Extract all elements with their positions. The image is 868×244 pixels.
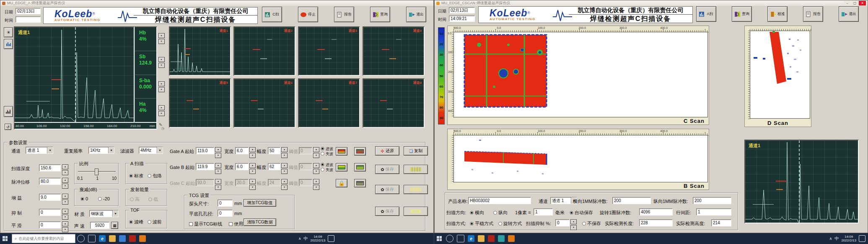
gate-b-style-button[interactable] xyxy=(354,163,366,171)
search-circle-icon[interactable] xyxy=(446,235,453,242)
gate-a-style-button[interactable] xyxy=(354,147,366,156)
velocity-field[interactable]: 5920 xyxy=(90,222,109,229)
cortana-icon[interactable] xyxy=(77,235,85,242)
folder-icon[interactable] xyxy=(478,235,485,242)
exit-button[interactable]: 退出 xyxy=(839,6,859,22)
tray-chevron-icon[interactable]: ∧ xyxy=(829,236,832,241)
dir-horizontal-radio[interactable]: 横向 xyxy=(470,210,484,216)
time-field[interactable] xyxy=(16,16,41,23)
thumb-channel-7[interactable]: 通道7 xyxy=(298,78,360,128)
reject-spinner[interactable]: ▲▼ xyxy=(62,209,68,220)
scan-reject-spinner[interactable]: ▲▼ xyxy=(570,219,577,230)
thumb-channel-5[interactable]: 通道5 xyxy=(169,78,231,128)
app-teal-icon[interactable] xyxy=(498,235,505,242)
save-button-3[interactable]: ✿保存 xyxy=(375,207,399,216)
stop-button[interactable]: 停止 xyxy=(298,7,318,22)
hole-dia-field[interactable]: 0 xyxy=(218,210,233,217)
edge-icon[interactable]: e xyxy=(468,235,474,242)
app-orange-icon[interactable] xyxy=(139,235,146,242)
action-center-icon[interactable] xyxy=(859,235,865,242)
thumb-channel-2[interactable]: 通道2 xyxy=(233,26,295,76)
gain-spinner[interactable]: ▲▼ xyxy=(62,194,68,205)
reject-field[interactable]: 0 xyxy=(39,209,61,216)
hpulse-field[interactable]: 200 xyxy=(612,197,651,204)
bscan-canvas[interactable] xyxy=(453,135,708,182)
minimize-button[interactable]: – xyxy=(844,1,851,5)
filter-select[interactable]: 4MHz xyxy=(139,147,163,154)
gate-b-start-spinner[interactable]: ▲▼ xyxy=(215,163,221,174)
scale-slider-thumb[interactable] xyxy=(95,169,98,175)
smooth-field[interactable]: 0 xyxy=(39,221,61,228)
app-red-icon[interactable] xyxy=(129,235,136,242)
material-select[interactable]: 钢纵波 xyxy=(89,210,119,217)
gate-b-amp-spinner[interactable]: ▲▼ xyxy=(281,163,288,174)
spin-up[interactable]: ▲ xyxy=(158,57,165,62)
spin-down[interactable]: ▼ xyxy=(158,87,165,92)
gate-a-width-spinner[interactable]: ▲▼ xyxy=(249,147,256,158)
save-button-1[interactable]: ✿保存 xyxy=(375,165,399,174)
autosave-radio[interactable]: 自动保存 xyxy=(570,210,593,216)
gate-a-width-field[interactable]: 6.0 xyxy=(235,147,249,154)
app-red-icon[interactable] xyxy=(488,235,495,242)
load-button-2[interactable] xyxy=(404,185,428,194)
spin-up[interactable]: ▲ xyxy=(158,33,165,38)
taskbar-search[interactable]: ⌕ 在此处键入你要搜索的内容 xyxy=(12,234,75,243)
rev-pulse-field[interactable]: 4096 xyxy=(639,208,673,215)
report-button[interactable]: 报告 xyxy=(334,7,354,22)
spin-up[interactable]: ▲ xyxy=(158,81,165,86)
mode-rotate-radio[interactable]: 旋转方式 xyxy=(498,221,522,227)
gate-a-color-button[interactable] xyxy=(336,147,347,156)
tcg-clear-button[interactable]: 清除TCG数据 xyxy=(244,218,276,226)
load-button-3[interactable] xyxy=(404,207,428,216)
velocity-table-button[interactable]: ▦ xyxy=(111,222,118,229)
tray-clock[interactable]: 14:09 2022/2/13 xyxy=(311,235,326,242)
thumb-channel-1[interactable]: 通道1 xyxy=(169,26,231,76)
spin-down[interactable]: ▼ xyxy=(158,111,165,116)
restore-button[interactable]: ✣还原 xyxy=(375,146,399,156)
tray-clock[interactable]: 14:09 2022/2/13 xyxy=(841,235,856,242)
atten-0-radio[interactable]: 0 xyxy=(80,196,88,201)
date-field[interactable]: 02月13日 xyxy=(16,8,41,14)
thumb-channel-3[interactable]: 通道3 xyxy=(298,26,360,76)
thumb-channel-6[interactable]: 通道6 xyxy=(233,78,295,128)
smooth-spinner[interactable]: ▲▼ xyxy=(62,221,68,232)
close-button[interactable]: ✕ xyxy=(859,1,866,5)
query-button[interactable]: 查询 xyxy=(370,7,390,22)
depth-spinner[interactable]: ▲▼ xyxy=(62,164,68,175)
gate-a-start-spinner[interactable]: ▲▼ xyxy=(215,147,221,158)
cscan-button[interactable]: C扫 xyxy=(262,7,282,22)
gate-a-marker[interactable] xyxy=(776,181,787,182)
folder-icon[interactable] xyxy=(109,235,116,242)
start-button[interactable] xyxy=(0,233,10,244)
spectrum-button[interactable] xyxy=(4,106,13,117)
gate-a-marker[interactable] xyxy=(52,79,61,80)
front-radio[interactable]: 波前 xyxy=(148,219,162,225)
query-button[interactable]: 查询 xyxy=(732,6,752,22)
maximize-button[interactable]: ▢ xyxy=(851,1,858,5)
app-orange-icon[interactable] xyxy=(508,235,515,242)
ime-indicator[interactable]: 中 xyxy=(304,236,308,241)
date-field[interactable]: 02月13日 xyxy=(449,7,475,13)
gate-a-amp-field[interactable]: 50 xyxy=(268,147,280,154)
show-tcg-checkbox[interactable]: 显示TCG标线 xyxy=(189,221,222,227)
standard-radio[interactable]: 标准 xyxy=(129,173,143,179)
save-button-2[interactable]: ✿保存 xyxy=(375,185,399,194)
gate-b-out-radio[interactable]: 失波 xyxy=(321,167,333,173)
reset-view-button[interactable]: ↺ xyxy=(5,124,11,130)
gate-b-start-field[interactable]: 119.9 xyxy=(196,163,214,170)
pulse-shift-spinner[interactable]: ▲▼ xyxy=(62,178,68,189)
gate-a-amp-spinner[interactable]: ▲▼ xyxy=(281,147,288,158)
taskview-icon[interactable] xyxy=(457,235,464,242)
clock-icon[interactable]: ◷ xyxy=(161,127,164,130)
copy-button[interactable]: ❏复制 xyxy=(404,146,428,156)
gate-a-start-field[interactable]: 119.0 xyxy=(196,147,214,154)
cscan-canvas[interactable] xyxy=(453,32,708,117)
dscan-canvas[interactable] xyxy=(750,31,810,119)
gate-b-amp-field[interactable]: 62 xyxy=(268,163,280,170)
length-field[interactable]: 228 xyxy=(639,219,673,226)
spin-down[interactable]: ▼ xyxy=(158,39,165,44)
gate-b-marker[interactable] xyxy=(776,189,783,190)
dir-vertical-radio[interactable]: 纵向 xyxy=(493,210,508,216)
spin-up[interactable]: ▲ xyxy=(158,105,165,110)
gate-b-marker[interactable] xyxy=(52,88,59,89)
